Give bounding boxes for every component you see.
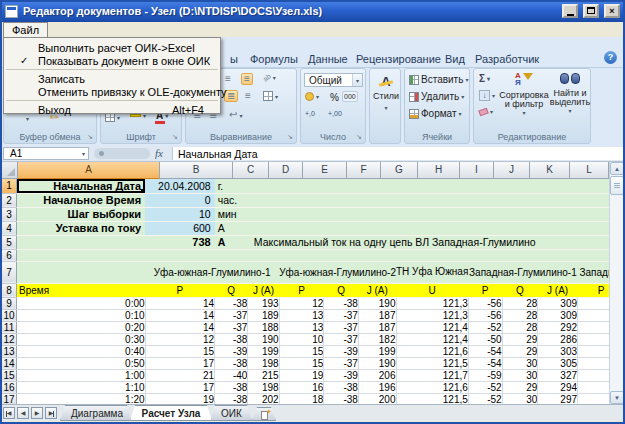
cell-range[interactable] <box>248 179 625 193</box>
cell-r10c2[interactable]: 14 <box>145 309 215 321</box>
close-button[interactable]: × <box>604 4 620 18</box>
name-box[interactable]: A1 ▾ <box>3 147 89 160</box>
clear-button[interactable]: ▾ <box>478 107 494 116</box>
cell-r12c7[interactable]: 182 <box>358 333 396 345</box>
paste-dropdown-icon[interactable]: ▾ <box>26 115 29 122</box>
row-header-12[interactable]: 12 <box>2 333 17 345</box>
row-header-7[interactable]: 7 <box>2 261 17 283</box>
row-header-10[interactable]: 10 <box>2 309 17 321</box>
cell-r15c7[interactable]: 206 <box>358 369 396 381</box>
data-header-4[interactable]: P <box>279 283 324 297</box>
cell-r16c5[interactable]: 16 <box>279 381 324 393</box>
cell-r10c1[interactable]: 0:10 <box>17 309 146 321</box>
increase-decimal-button[interactable]: +,0 <box>304 109 316 118</box>
cell-r11c10[interactable]: 28 <box>502 321 538 333</box>
cell-range[interactable] <box>248 221 625 235</box>
cell-r14c3[interactable]: -38 <box>215 357 248 369</box>
data-header-2[interactable]: Q <box>215 283 248 297</box>
cell-r10c11[interactable]: 309 <box>538 309 578 321</box>
scrollbar-thumb[interactable] <box>610 176 624 195</box>
cell-r16c1[interactable]: 1:10 <box>17 381 146 393</box>
cell-r14c9[interactable]: -54 <box>468 357 502 369</box>
cell-C3[interactable]: мин <box>215 207 248 221</box>
cell-r13c8[interactable]: 121,6 <box>396 345 468 357</box>
cell-r9c9[interactable]: -56 <box>468 297 502 309</box>
cell-r9c4[interactable]: 193 <box>248 297 279 309</box>
nav-prev-button[interactable]: ◀ <box>17 407 29 419</box>
menu-item-4[interactable]: Записать <box>4 72 220 85</box>
cell-r14c11[interactable]: 305 <box>538 357 578 369</box>
cell-r13c5[interactable]: 15 <box>279 345 324 357</box>
find-select-button[interactable]: Найти и выделить ▾ <box>550 72 590 116</box>
column-header-C[interactable]: C <box>233 162 269 179</box>
cell-r15c6[interactable]: -39 <box>324 369 359 381</box>
line-group-header-3[interactable]: ТН Уфа Южная <box>396 261 468 283</box>
cell-range[interactable] <box>248 193 625 207</box>
ribbon-tab-partial[interactable]: ы <box>226 52 242 66</box>
cell-r9c7[interactable]: 190 <box>358 297 396 309</box>
cell-A2[interactable]: Начальное Время <box>17 193 146 207</box>
cell-r16c8[interactable]: 121,6 <box>396 381 468 393</box>
column-header-G[interactable]: G <box>381 162 418 179</box>
cell-r9c11[interactable]: 309 <box>538 297 578 309</box>
cell-r10c10[interactable]: 28 <box>502 309 538 321</box>
cell-r9c2[interactable]: 14 <box>145 297 215 309</box>
cell-r10c9[interactable]: -56 <box>468 309 502 321</box>
number-format-combo[interactable]: Общий ▾ <box>304 73 363 87</box>
cell-r10c8[interactable]: 121,3 <box>396 309 468 321</box>
nav-last-button[interactable]: ▶ <box>45 407 57 419</box>
fill-button[interactable]: ↓▾ <box>478 89 496 102</box>
column-header-A[interactable]: A <box>18 162 160 179</box>
scroll-up-button[interactable]: ▲ <box>610 162 624 175</box>
data-header-7[interactable]: U <box>396 283 468 297</box>
cell-B3[interactable]: 10 <box>145 207 215 221</box>
cell-r14c2[interactable]: 17 <box>145 357 215 369</box>
cell-D5-note[interactable]: Максимальный ток на одну цепь ВЛ Западна… <box>248 235 625 249</box>
cell-r15c1[interactable]: 1:00 <box>17 369 146 381</box>
data-header-9[interactable]: Q <box>502 283 538 297</box>
format-cells-button[interactable]: Формат▾ <box>408 107 463 120</box>
line-group-header-2[interactable]: Уфа-южная-Глумилино-2 <box>279 261 396 283</box>
cell-C5[interactable]: А <box>215 235 248 249</box>
cell-r11c1[interactable]: 0:20 <box>17 321 146 333</box>
cell-r11c7[interactable]: 187 <box>358 321 396 333</box>
formula-input[interactable]: Начальная Дата <box>172 147 623 160</box>
orientation-button[interactable]: ab▾ <box>262 73 277 82</box>
column-header-H[interactable]: H <box>418 162 460 179</box>
cell-r13c7[interactable]: 199 <box>358 345 396 357</box>
cell-r9c5[interactable]: 12 <box>279 297 324 309</box>
row-header-11[interactable]: 11 <box>2 321 17 333</box>
maximize-button[interactable] <box>583 4 599 18</box>
cell-r12c6[interactable]: -37 <box>324 333 359 345</box>
column-header-D[interactable]: D <box>269 162 303 179</box>
name-box-dropdown-icon[interactable]: ▾ <box>82 150 88 157</box>
row-header-2[interactable]: 2 <box>2 193 17 207</box>
cell-C2[interactable]: час. <box>215 193 248 207</box>
cell-r9c8[interactable]: 121,3 <box>396 297 468 309</box>
cell-A1[interactable]: Начальная Дата <box>17 179 146 193</box>
clipboard-dialog-launcher[interactable]: ↘ <box>86 133 94 141</box>
cell-r14c8[interactable]: 121,5 <box>396 357 468 369</box>
row-header-8[interactable]: 8 <box>2 283 17 297</box>
ribbon-tab-Вид[interactable]: Вид <box>441 52 469 66</box>
cell-r10c7[interactable]: 187 <box>358 309 396 321</box>
cell-r16c10[interactable]: 29 <box>502 381 538 393</box>
cell-r16c6[interactable]: -38 <box>324 381 359 393</box>
cell-r14c4[interactable]: 198 <box>248 357 279 369</box>
insert-function-icon[interactable]: fx <box>155 147 163 159</box>
styles-button[interactable]: А Стили ▾ <box>372 77 400 113</box>
cell-r12c3[interactable]: -38 <box>215 333 248 345</box>
cell-r10c6[interactable]: -37 <box>324 309 359 321</box>
fill-handle[interactable] <box>141 189 145 193</box>
comma-style-button[interactable]: 000 <box>342 91 358 102</box>
row-header-1[interactable]: 1 <box>2 179 17 193</box>
line-group-header-4[interactable]: Западная-Глумилино-1 <box>468 261 577 283</box>
cell-r16c7[interactable]: 196 <box>358 381 396 393</box>
cell-r16c9[interactable]: -52 <box>468 381 502 393</box>
data-header-5[interactable]: Q <box>324 283 359 297</box>
cell-A3[interactable]: Шаг выборки <box>17 207 146 221</box>
cell-r13c1[interactable]: 0:40 <box>17 345 146 357</box>
wrap-text-button[interactable]: ↩▾ <box>228 109 243 121</box>
cell-r13c4[interactable]: 199 <box>248 345 279 357</box>
cell-r11c8[interactable]: 121,4 <box>396 321 468 333</box>
